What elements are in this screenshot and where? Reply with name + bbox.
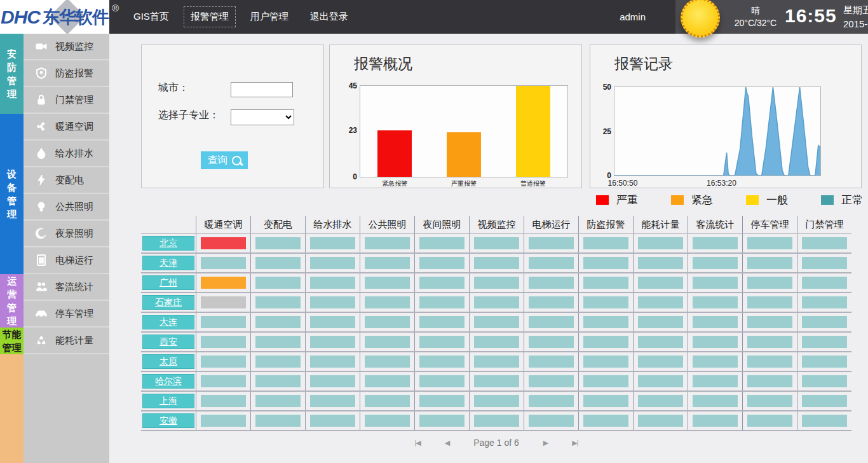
- status-indicator-normal[interactable]: [693, 296, 738, 308]
- sidebar-item-video-surveillance[interactable]: 视频监控: [24, 34, 109, 60]
- status-indicator-normal[interactable]: [365, 356, 410, 368]
- sidebar-item-passenger-flow[interactable]: 客流统计: [24, 274, 109, 301]
- status-indicator-normal[interactable]: [693, 257, 738, 269]
- status-indicator-normal[interactable]: [583, 237, 628, 249]
- status-indicator-normal[interactable]: [638, 237, 683, 249]
- sidebar-item-water-supply[interactable]: 给水排水: [24, 141, 109, 167]
- status-indicator-normal[interactable]: [802, 257, 847, 269]
- status-indicator-normal[interactable]: [474, 257, 519, 269]
- sidebar-item-parking[interactable]: 停车管理: [24, 301, 109, 328]
- status-indicator-normal[interactable]: [693, 375, 738, 387]
- sub-profession-select[interactable]: [231, 109, 294, 125]
- status-indicator-normal[interactable]: [747, 257, 792, 269]
- status-indicator-normal[interactable]: [255, 257, 301, 269]
- status-indicator-normal[interactable]: [419, 237, 465, 249]
- status-indicator-normal[interactable]: [529, 316, 574, 328]
- sidebar-item-burglar-alarm[interactable]: 防盗报警: [24, 60, 109, 87]
- status-indicator-normal[interactable]: [365, 257, 410, 269]
- status-indicator-normal[interactable]: [474, 336, 519, 348]
- status-indicator-normal[interactable]: [802, 316, 847, 328]
- sidebar-item-hvac[interactable]: 暖通空调: [24, 114, 109, 141]
- status-indicator-normal[interactable]: [365, 316, 410, 328]
- status-indicator-normal[interactable]: [747, 277, 792, 289]
- status-indicator-normal[interactable]: [693, 356, 738, 368]
- status-indicator-normal[interactable]: [419, 415, 465, 427]
- status-indicator-normal[interactable]: [638, 415, 683, 427]
- status-indicator-normal[interactable]: [747, 415, 792, 427]
- status-indicator-normal[interactable]: [474, 237, 519, 249]
- status-indicator-normal[interactable]: [474, 356, 519, 368]
- status-indicator-normal[interactable]: [583, 415, 628, 427]
- status-indicator-normal[interactable]: [529, 257, 574, 269]
- city-button[interactable]: 西安: [142, 335, 194, 349]
- previous-page-button[interactable]: ◀: [445, 439, 449, 447]
- status-indicator-normal[interactable]: [802, 277, 847, 289]
- city-button[interactable]: 天津: [142, 256, 194, 270]
- status-indicator-normal[interactable]: [474, 395, 519, 407]
- status-indicator-normal[interactable]: [365, 336, 410, 348]
- status-indicator-normal[interactable]: [201, 375, 246, 387]
- status-indicator-normal[interactable]: [255, 356, 301, 368]
- status-indicator-normal[interactable]: [693, 395, 738, 407]
- nav-item-gis-home[interactable]: GIS首页: [127, 7, 175, 27]
- status-indicator-normal[interactable]: [802, 395, 847, 407]
- status-indicator-normal[interactable]: [365, 277, 410, 289]
- status-indicator-normal[interactable]: [583, 375, 628, 387]
- status-indicator-normal[interactable]: [583, 395, 628, 407]
- status-indicator-normal[interactable]: [365, 296, 410, 308]
- status-indicator-normal[interactable]: [638, 277, 683, 289]
- status-indicator-normal[interactable]: [583, 257, 628, 269]
- status-indicator-normal[interactable]: [365, 415, 410, 427]
- status-indicator-normal[interactable]: [638, 296, 683, 308]
- first-page-button[interactable]: |◀: [414, 439, 420, 447]
- city-button[interactable]: 广州: [142, 275, 194, 290]
- status-indicator-normal[interactable]: [419, 277, 465, 289]
- status-indicator-normal[interactable]: [419, 336, 465, 348]
- city-button[interactable]: 安徽: [142, 413, 194, 428]
- sidebar-item-energy-metering[interactable]: 能耗计量: [24, 328, 109, 354]
- status-indicator-normal[interactable]: [583, 296, 628, 308]
- status-indicator-normal[interactable]: [255, 277, 301, 289]
- status-indicator-normal[interactable]: [255, 296, 301, 308]
- status-indicator-normal[interactable]: [255, 237, 301, 249]
- city-button[interactable]: 大连: [142, 315, 194, 329]
- status-indicator-normal[interactable]: [802, 356, 847, 368]
- status-indicator-normal[interactable]: [310, 296, 355, 308]
- status-indicator-normal[interactable]: [747, 356, 792, 368]
- status-indicator-normal[interactable]: [529, 296, 574, 308]
- status-indicator-normal[interactable]: [638, 336, 683, 348]
- city-input[interactable]: [231, 82, 293, 97]
- sidebar-item-night-lighting[interactable]: 夜景照明: [24, 221, 109, 247]
- status-indicator-normal[interactable]: [638, 395, 683, 407]
- status-indicator-offline[interactable]: [201, 296, 246, 308]
- status-indicator-normal[interactable]: [583, 316, 628, 328]
- query-button[interactable]: 查询: [201, 151, 248, 169]
- status-indicator-normal[interactable]: [419, 296, 465, 308]
- status-indicator-urgent[interactable]: [201, 277, 246, 289]
- city-button[interactable]: 北京: [142, 236, 194, 251]
- sidebar-item-power-distribution[interactable]: 变配电: [24, 167, 109, 194]
- status-indicator-normal[interactable]: [747, 395, 792, 407]
- status-indicator-normal[interactable]: [419, 375, 465, 387]
- status-indicator-normal[interactable]: [747, 336, 792, 348]
- status-indicator-normal[interactable]: [310, 336, 355, 348]
- sidebar-item-access-control[interactable]: 门禁管理: [24, 87, 109, 114]
- status-indicator-normal[interactable]: [747, 375, 792, 387]
- city-button[interactable]: 太原: [142, 354, 194, 369]
- status-indicator-normal[interactable]: [529, 395, 574, 407]
- status-indicator-normal[interactable]: [638, 356, 683, 368]
- status-indicator-critical[interactable]: [201, 237, 246, 249]
- status-indicator-normal[interactable]: [802, 415, 847, 427]
- status-indicator-normal[interactable]: [583, 277, 628, 289]
- status-indicator-normal[interactable]: [419, 356, 465, 368]
- status-indicator-normal[interactable]: [802, 237, 847, 249]
- status-indicator-normal[interactable]: [747, 237, 792, 249]
- status-indicator-normal[interactable]: [310, 277, 355, 289]
- status-indicator-normal[interactable]: [310, 356, 355, 368]
- sidebar-item-public-lighting[interactable]: 公共照明: [24, 194, 109, 221]
- status-indicator-normal[interactable]: [201, 336, 246, 348]
- status-indicator-normal[interactable]: [529, 356, 574, 368]
- nav-item-user-management[interactable]: 用户管理: [244, 7, 295, 27]
- status-indicator-normal[interactable]: [529, 336, 574, 348]
- status-indicator-normal[interactable]: [802, 336, 847, 348]
